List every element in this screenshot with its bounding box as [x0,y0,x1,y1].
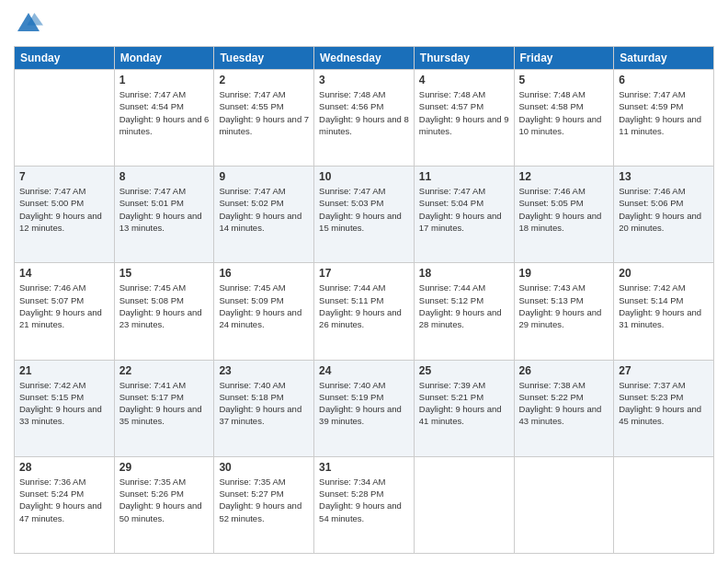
col-header-wednesday: Wednesday [314,47,415,70]
day-number: 6 [619,74,709,86]
calendar-cell: 5Sunrise: 7:48 AMSunset: 4:58 PMDaylight… [514,70,614,167]
calendar-cell: 8Sunrise: 7:47 AMSunset: 5:01 PMDaylight… [114,167,214,263]
calendar-cell: 3Sunrise: 7:48 AMSunset: 4:56 PMDaylight… [314,70,415,167]
day-info: Sunrise: 7:35 AMSunset: 5:26 PMDaylight:… [119,476,210,524]
day-info: Sunrise: 7:44 AMSunset: 5:12 PMDaylight:… [419,282,509,330]
day-info: Sunrise: 7:41 AMSunset: 5:17 PMDaylight:… [119,379,210,428]
day-number: 1 [119,74,210,86]
day-info: Sunrise: 7:47 AMSunset: 5:02 PMDaylight:… [219,185,309,234]
col-header-monday: Monday [114,47,214,70]
day-info: Sunrise: 7:46 AMSunset: 5:05 PMDaylight:… [519,185,609,234]
week-row-3: 21Sunrise: 7:42 AMSunset: 5:15 PMDayligh… [15,360,714,456]
day-number: 20 [619,267,709,280]
week-row-4: 28Sunrise: 7:36 AMSunset: 5:24 PMDayligh… [15,456,714,553]
day-info: Sunrise: 7:43 AMSunset: 5:13 PMDaylight:… [519,282,609,330]
day-info: Sunrise: 7:47 AMSunset: 5:04 PMDaylight:… [419,185,509,234]
day-number: 17 [319,267,409,280]
header [14,9,714,39]
calendar-cell: 25Sunrise: 7:39 AMSunset: 5:21 PMDayligh… [414,360,514,456]
day-info: Sunrise: 7:40 AMSunset: 5:18 PMDaylight:… [219,379,309,428]
day-number: 12 [519,170,609,183]
day-info: Sunrise: 7:47 AMSunset: 5:01 PMDaylight:… [119,185,210,234]
day-number: 19 [519,267,609,280]
day-number: 23 [219,364,309,377]
day-number: 21 [19,364,109,377]
day-number: 15 [119,267,210,280]
day-info: Sunrise: 7:48 AMSunset: 4:56 PMDaylight:… [319,88,409,137]
header-row: SundayMondayTuesdayWednesdayThursdayFrid… [15,47,714,70]
calendar-cell: 20Sunrise: 7:42 AMSunset: 5:14 PMDayligh… [614,263,714,360]
calendar-cell [15,70,115,167]
day-info: Sunrise: 7:37 AMSunset: 5:23 PMDaylight:… [619,379,709,428]
day-info: Sunrise: 7:45 AMSunset: 5:08 PMDaylight:… [119,282,210,330]
calendar-cell: 7Sunrise: 7:47 AMSunset: 5:00 PMDaylight… [15,167,115,263]
calendar-cell: 10Sunrise: 7:47 AMSunset: 5:03 PMDayligh… [314,167,415,263]
day-number: 11 [419,170,509,183]
week-row-2: 14Sunrise: 7:46 AMSunset: 5:07 PMDayligh… [15,263,714,360]
col-header-saturday: Saturday [614,47,714,70]
calendar-cell: 11Sunrise: 7:47 AMSunset: 5:04 PMDayligh… [414,167,514,263]
calendar-cell: 19Sunrise: 7:43 AMSunset: 5:13 PMDayligh… [514,263,614,360]
page: SundayMondayTuesdayWednesdayThursdayFrid… [0,0,728,563]
calendar-cell: 30Sunrise: 7:35 AMSunset: 5:27 PMDayligh… [214,456,314,553]
calendar-cell: 12Sunrise: 7:46 AMSunset: 5:05 PMDayligh… [514,167,614,263]
calendar-cell: 16Sunrise: 7:45 AMSunset: 5:09 PMDayligh… [214,263,314,360]
day-number: 10 [319,170,409,183]
calendar-cell: 13Sunrise: 7:46 AMSunset: 5:06 PMDayligh… [614,167,714,263]
day-number: 5 [519,74,609,86]
day-number: 16 [219,267,309,280]
day-number: 13 [619,170,709,183]
col-header-thursday: Thursday [414,47,514,70]
logo-icon [14,9,43,39]
day-info: Sunrise: 7:36 AMSunset: 5:24 PMDaylight:… [19,476,109,524]
day-number: 2 [219,74,309,86]
calendar-cell: 22Sunrise: 7:41 AMSunset: 5:17 PMDayligh… [114,360,214,456]
calendar-cell: 17Sunrise: 7:44 AMSunset: 5:11 PMDayligh… [314,263,415,360]
logo [14,9,47,39]
calendar-cell [414,456,514,553]
day-number: 9 [219,170,309,183]
day-number: 30 [219,461,309,474]
day-number: 31 [319,461,409,474]
day-info: Sunrise: 7:47 AMSunset: 5:03 PMDaylight:… [319,185,409,234]
calendar-cell: 23Sunrise: 7:40 AMSunset: 5:18 PMDayligh… [214,360,314,456]
day-info: Sunrise: 7:47 AMSunset: 4:59 PMDaylight:… [619,88,709,137]
calendar-table: SundayMondayTuesdayWednesdayThursdayFrid… [14,46,714,554]
day-info: Sunrise: 7:46 AMSunset: 5:06 PMDaylight:… [619,185,709,234]
calendar-cell: 26Sunrise: 7:38 AMSunset: 5:22 PMDayligh… [514,360,614,456]
day-number: 7 [19,170,109,183]
day-number: 3 [319,74,409,86]
col-header-friday: Friday [514,47,614,70]
calendar-cell: 15Sunrise: 7:45 AMSunset: 5:08 PMDayligh… [114,263,214,360]
day-number: 24 [319,364,409,377]
week-row-0: 1Sunrise: 7:47 AMSunset: 4:54 PMDaylight… [15,70,714,167]
calendar-cell [514,456,614,553]
day-number: 14 [19,267,109,280]
calendar-cell: 18Sunrise: 7:44 AMSunset: 5:12 PMDayligh… [414,263,514,360]
day-info: Sunrise: 7:44 AMSunset: 5:11 PMDaylight:… [319,282,409,330]
day-info: Sunrise: 7:42 AMSunset: 5:14 PMDaylight:… [619,282,709,330]
day-info: Sunrise: 7:46 AMSunset: 5:07 PMDaylight:… [19,282,109,330]
week-row-1: 7Sunrise: 7:47 AMSunset: 5:00 PMDaylight… [15,167,714,263]
calendar-cell: 1Sunrise: 7:47 AMSunset: 4:54 PMDaylight… [114,70,214,167]
calendar-cell: 27Sunrise: 7:37 AMSunset: 5:23 PMDayligh… [614,360,714,456]
day-number: 18 [419,267,509,280]
day-number: 29 [119,461,210,474]
day-info: Sunrise: 7:35 AMSunset: 5:27 PMDaylight:… [219,476,309,524]
calendar-cell: 28Sunrise: 7:36 AMSunset: 5:24 PMDayligh… [15,456,115,553]
calendar-cell: 6Sunrise: 7:47 AMSunset: 4:59 PMDaylight… [614,70,714,167]
day-info: Sunrise: 7:47 AMSunset: 5:00 PMDaylight:… [19,185,109,234]
day-number: 4 [419,74,509,86]
calendar-cell: 2Sunrise: 7:47 AMSunset: 4:55 PMDaylight… [214,70,314,167]
calendar-cell: 31Sunrise: 7:34 AMSunset: 5:28 PMDayligh… [314,456,415,553]
calendar-cell: 21Sunrise: 7:42 AMSunset: 5:15 PMDayligh… [15,360,115,456]
calendar-cell: 4Sunrise: 7:48 AMSunset: 4:57 PMDaylight… [414,70,514,167]
day-info: Sunrise: 7:45 AMSunset: 5:09 PMDaylight:… [219,282,309,330]
calendar-cell [614,456,714,553]
day-info: Sunrise: 7:39 AMSunset: 5:21 PMDaylight:… [419,379,509,428]
day-number: 22 [119,364,210,377]
calendar-cell: 14Sunrise: 7:46 AMSunset: 5:07 PMDayligh… [15,263,115,360]
day-number: 26 [519,364,609,377]
day-info: Sunrise: 7:47 AMSunset: 4:54 PMDaylight:… [119,88,210,137]
day-number: 28 [19,461,109,474]
